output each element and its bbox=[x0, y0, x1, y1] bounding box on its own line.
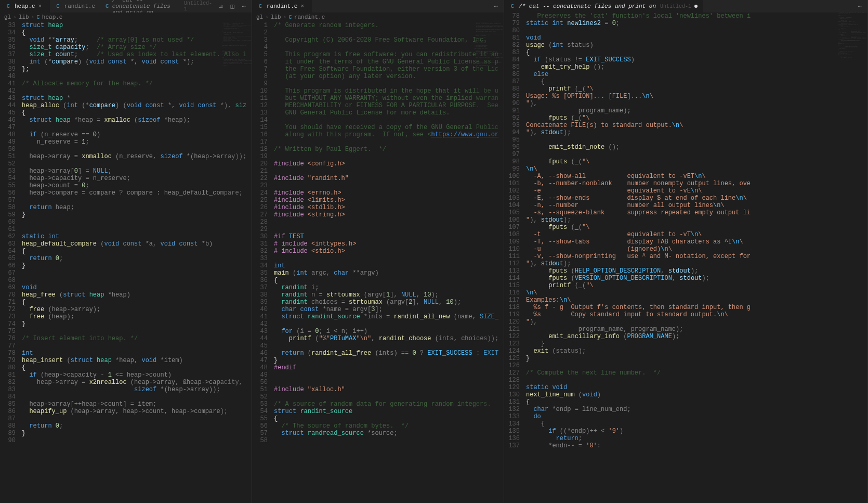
code-area-3[interactable]: 7879808182838485868788899091929394959697… bbox=[504, 12, 867, 503]
c-file-icon: C bbox=[55, 3, 61, 9]
tab-untitled-1-3[interactable]: C /* cat -- concatenate files and print … bbox=[504, 0, 703, 12]
tab-label: randint.c bbox=[64, 3, 95, 9]
more-icon[interactable]: ⋯ bbox=[856, 3, 863, 10]
editor-container: C heap.c × C randint.c C /* cat -- conca… bbox=[0, 0, 868, 503]
editor-pane-2: C randint.c × ⋯ gl › lib › C randint.c 1… bbox=[252, 0, 504, 503]
breadcrumb-segment[interactable]: gl bbox=[256, 14, 263, 20]
c-file-icon: C bbox=[36, 14, 40, 20]
minimap-2[interactable]: /* Generate random integers. Copyright (… bbox=[475, 22, 504, 503]
chevron-right-icon: › bbox=[13, 14, 17, 20]
c-file-icon: C bbox=[257, 3, 264, 9]
split-icon[interactable]: ◫ bbox=[229, 3, 236, 10]
tab-untitled-1[interactable]: C /* cat -- concatenate files and print … bbox=[100, 0, 217, 12]
code-lines-1[interactable]: struct heap{ void **array; /* array[0] i… bbox=[22, 22, 252, 503]
tab-label: heap.c bbox=[15, 3, 35, 9]
chevron-right-icon: › bbox=[265, 14, 269, 20]
tab-heap-c[interactable]: C heap.c × bbox=[0, 0, 50, 12]
editor-actions: ⋯ bbox=[492, 3, 504, 10]
chevron-right-icon: › bbox=[31, 14, 35, 20]
breadcrumb-segment[interactable]: lib bbox=[271, 14, 281, 20]
editor-actions: ⋯ bbox=[856, 3, 867, 10]
compare-icon[interactable]: ⇄ bbox=[217, 3, 225, 10]
more-icon[interactable]: ⋯ bbox=[492, 3, 499, 10]
tab-bar-3: C /* cat -- concatenate files and print … bbox=[504, 0, 867, 12]
breadcrumb-file[interactable]: randint.c bbox=[294, 14, 325, 20]
breadcrumb-segment[interactable]: gl bbox=[4, 14, 11, 20]
line-gutter-2: 1234567891011121314151617181920212223242… bbox=[252, 22, 274, 503]
line-gutter-1: 3334353637383940414243444546474849505152… bbox=[0, 22, 22, 503]
tab-bar-1: C heap.c × C randint.c C /* cat -- conca… bbox=[0, 0, 252, 12]
editor-pane-3: C /* cat -- concatenate files and print … bbox=[504, 0, 868, 503]
breadcrumb-1[interactable]: gl › lib › C heap.c bbox=[0, 12, 252, 22]
close-icon[interactable]: × bbox=[300, 3, 307, 9]
tab-randint-c[interactable]: C randint.c bbox=[50, 0, 100, 12]
modified-icon bbox=[694, 5, 698, 8]
code-area-1[interactable]: 3334353637383940414243444546474849505152… bbox=[0, 22, 252, 503]
code-area-2[interactable]: 1234567891011121314151617181920212223242… bbox=[252, 22, 504, 503]
line-gutter-3: 7879808182838485868788899091929394959697… bbox=[504, 12, 526, 503]
tab-suffix: Untitled-1 bbox=[660, 4, 691, 9]
tab-label: /* cat -- concatenate files and print on bbox=[519, 3, 656, 9]
tab-suffix: Untitled-1 bbox=[184, 1, 212, 12]
minimap-3[interactable]: Preserves the 'cat' function's local 'ne… bbox=[838, 12, 867, 503]
close-icon[interactable]: × bbox=[38, 3, 45, 9]
breadcrumb-file[interactable]: heap.c bbox=[42, 14, 63, 20]
tab-randint-c-2[interactable]: C randint.c × bbox=[252, 0, 312, 12]
c-file-icon: C bbox=[288, 14, 292, 20]
breadcrumb-segment[interactable]: lib bbox=[19, 14, 29, 20]
code-lines-3[interactable]: Preserves the 'cat' function's local 'ne… bbox=[526, 12, 867, 503]
tab-label: randint.c bbox=[267, 3, 297, 9]
breadcrumb-2[interactable]: gl › lib › C randint.c bbox=[252, 12, 504, 22]
tab-bar-2: C randint.c × ⋯ bbox=[252, 0, 504, 12]
c-file-icon: C bbox=[509, 3, 516, 9]
more-icon[interactable]: ⋯ bbox=[240, 3, 247, 10]
chevron-right-icon: › bbox=[283, 14, 287, 20]
editor-pane-1: C heap.c × C randint.c C /* cat -- conca… bbox=[0, 0, 252, 503]
code-lines-2[interactable]: /* Generate random integers. Copyright (… bbox=[274, 22, 504, 503]
editor-actions: ⇄ ◫ ⋯ bbox=[217, 3, 252, 10]
c-file-icon: C bbox=[106, 3, 109, 9]
c-file-icon: C bbox=[5, 3, 11, 9]
minimap-1[interactable]: struct heap { void **array; /* array[0] … bbox=[222, 22, 252, 503]
